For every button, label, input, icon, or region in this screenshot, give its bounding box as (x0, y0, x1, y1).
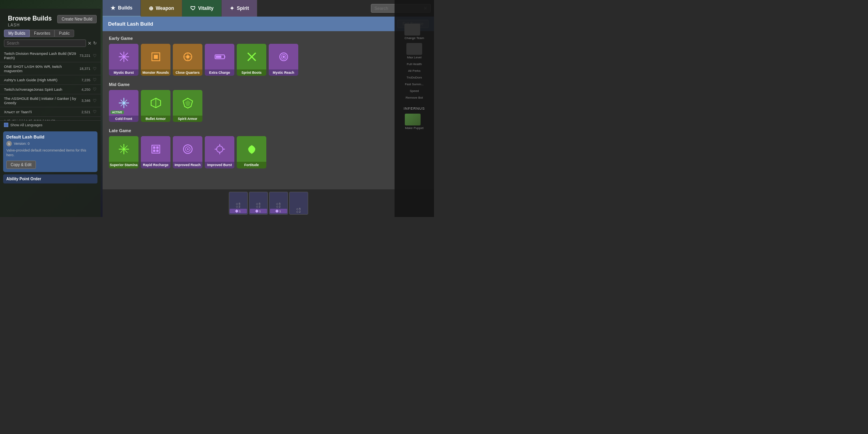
svg-rect-12 (224, 56, 225, 58)
search-refresh-icon[interactable]: ↻ (93, 41, 97, 46)
item-rapid-recharge[interactable]: Rapid Recharge (141, 136, 170, 168)
list-item[interactable]: Хлыст от TaanTi 2,521 ♡ (0, 107, 101, 117)
item-superior-stamina-image (109, 136, 138, 162)
right-max-level[interactable]: Max Level (406, 43, 422, 59)
tab-spirit[interactable]: ✦ Spirit (222, 0, 257, 17)
list-item[interactable]: Twitch.tv/AverageJonas Spirit Lash 4,250… (0, 85, 101, 94)
mid-game-label: Mid Game (109, 82, 428, 87)
tab-public[interactable]: Public (54, 30, 74, 37)
item-mystic-reach-image (269, 44, 298, 69)
item-spirit-armor[interactable]: Spirit Armor (173, 90, 202, 122)
builds-tab-icon: ★ (110, 5, 116, 11)
build-name: ONE SHOT LASH 90% WR, twitch magven0m (4, 64, 79, 73)
list-item[interactable]: 1.3k Shield / 1.5k DPS / 19M/S - by_skip… (0, 117, 101, 120)
list-item[interactable]: Twitch Division Revamped Lash Build (8/2… (0, 49, 101, 62)
slot-bar-2: 1 (250, 209, 267, 213)
slot-bar-3: 1 (270, 209, 287, 213)
list-item[interactable]: Ashty's Lash Guide (High MMR) 7,235 ♡ (0, 75, 101, 85)
item-mystic-reach-label: Mystic Reach (269, 69, 298, 76)
right-full-health[interactable]: Full Health (407, 62, 422, 66)
tab-vitality[interactable]: 🛡 Vitality (182, 0, 222, 17)
item-spirit-armor-image (173, 90, 202, 116)
show-all-languages-checkbox[interactable] (4, 123, 8, 127)
right-fast-summon[interactable]: Fast Summ... (405, 82, 424, 86)
tab-favorites[interactable]: Favorites (30, 30, 54, 37)
right-change-team[interactable]: Change Team (404, 24, 424, 40)
item-improved-reach[interactable]: Improved Reach (173, 136, 202, 168)
weapon-tab-label: Weapon (156, 6, 174, 11)
build-count: 3,346 (81, 99, 90, 103)
default-build-card-title: Default Lash Build (6, 135, 94, 139)
builds-tabs: My Builds Favorites Public (0, 30, 101, 39)
favorite-icon[interactable]: ♡ (93, 109, 97, 114)
item-mystic-burst[interactable]: Mystic Burst (109, 44, 138, 76)
favorite-icon[interactable]: ♡ (93, 98, 97, 103)
weapon-tab-icon: ⊕ (149, 5, 153, 11)
item-monster-rounds-label: Monster Rounds (141, 69, 170, 76)
item-fortitude-image (237, 136, 266, 162)
default-build-card: Default Lash Build S Version: 0 Valve-pr… (3, 131, 97, 172)
ability-slot-1[interactable]: ◇ 5◇ 2 1 (229, 192, 248, 215)
svg-rect-34 (156, 146, 159, 149)
late-game-items: Superior Stamina Rapid Recharge Improved… (109, 136, 428, 168)
item-cold-front-label: Cold Front (109, 116, 138, 122)
infernus-label: INFERNUS (404, 107, 425, 110)
item-sprint-boots[interactable]: Sprint Boots (237, 44, 266, 76)
steam-icon: S (6, 141, 12, 146)
right-all-perks[interactable]: All Perks (408, 69, 421, 73)
change-team-icon (404, 24, 420, 36)
main-panel: ★ Builds ⊕ Weapon 🛡 Vitality ✦ Spirit ✕ … (103, 0, 434, 217)
item-bullet-armor-label: Bullet Armor (141, 116, 170, 122)
item-monster-rounds-image (141, 44, 170, 69)
right-remove-bot[interactable]: Remove Bot (406, 96, 423, 99)
favorite-icon[interactable]: ♡ (93, 87, 97, 92)
item-superior-stamina[interactable]: Superior Stamina (109, 136, 138, 168)
item-mystic-burst-image (109, 44, 138, 69)
copy-edit-button[interactable]: Copy & Edit (6, 161, 36, 169)
right-trododom[interactable]: TroDoDom (407, 76, 422, 79)
ability-slot-3[interactable]: ◇ 5◇ 2 1 (269, 192, 288, 215)
item-close-quarters-image (173, 44, 202, 69)
right-make-puppet[interactable]: Make Puppet (405, 114, 423, 130)
item-extra-charge[interactable]: Extra Charge (205, 44, 234, 76)
build-name: Хлыст от TaanTi (4, 110, 81, 114)
tab-my-builds[interactable]: My Builds (4, 30, 30, 37)
svg-point-31 (123, 148, 125, 150)
item-rapid-recharge-image (141, 136, 170, 162)
active-badge: ACTIVE (110, 110, 124, 114)
item-mystic-reach[interactable]: Mystic Reach (269, 44, 298, 76)
tab-weapon[interactable]: ⊕ Weapon (141, 0, 182, 17)
ability-slot-4[interactable]: ◇ 5◇ 2 (289, 192, 308, 215)
slot-diamond-2 (255, 210, 258, 213)
slot-top-3: ◇ 5◇ 2 (276, 202, 281, 208)
item-mystic-burst-label: Mystic Burst (109, 69, 138, 76)
create-new-build-button[interactable]: Create New Build (57, 15, 97, 23)
search-input[interactable] (4, 39, 86, 47)
vitality-tab-label: Vitality (198, 6, 213, 11)
fast-summon-label: Fast Summ... (405, 82, 424, 86)
favorite-icon[interactable]: ♡ (93, 77, 97, 82)
favorite-icon[interactable]: ♡ (93, 53, 97, 58)
right-panel: Change Team Max Level Full Health All Pe… (395, 0, 434, 217)
item-improved-burst[interactable]: Improved Burst (205, 136, 234, 168)
favorite-icon[interactable]: ♡ (93, 66, 97, 71)
item-improved-burst-label: Improved Burst (205, 162, 234, 168)
svg-marker-26 (185, 100, 191, 107)
svg-rect-35 (153, 150, 155, 152)
build-name: Ashty's Lash Guide (High MMR) (4, 78, 81, 82)
item-fortitude[interactable]: Fortitude (237, 136, 266, 168)
item-close-quarters[interactable]: Close Quarters (173, 44, 202, 76)
tab-builds[interactable]: ★ Builds (103, 0, 141, 17)
early-game-label: Early Game (109, 36, 428, 41)
list-item[interactable]: ONE SHOT LASH 90% WR, twitch magven0m 18… (0, 62, 101, 75)
search-clear-icon[interactable]: ✕ (88, 41, 92, 46)
item-bullet-armor[interactable]: Bullet Armor (141, 90, 170, 122)
build-name: The ASSHOLE Build | Initiator / Ganker |… (4, 96, 81, 105)
build-name: Twitch.tv/AverageJonas Spirit Lash (4, 87, 81, 92)
ability-slot-2[interactable]: ◇ 5◇ 2 1 (249, 192, 268, 215)
item-monster-rounds[interactable]: Monster Rounds (141, 44, 170, 76)
right-speed[interactable]: Speed (410, 89, 419, 93)
item-cold-front[interactable]: ACTIVE Cold Front (109, 90, 138, 122)
build-title-bar: Default Lash Build Exit Browse (103, 17, 434, 31)
list-item[interactable]: The ASSHOLE Build | Initiator / Ganker |… (0, 94, 101, 107)
